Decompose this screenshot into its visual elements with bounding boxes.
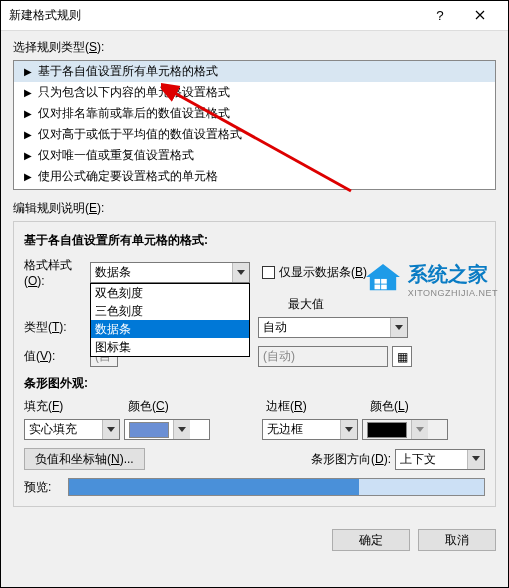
select-rule-type-label: 选择规则类型(S):: [13, 39, 496, 56]
subpanel-title: 基于各自值设置所有单元格的格式:: [24, 232, 485, 249]
value-max-input[interactable]: (自动): [258, 346, 388, 367]
rule-type-item[interactable]: ▶仅对高于或低于平均值的数值设置格式: [14, 124, 495, 145]
border-label: 边框(R): [266, 398, 366, 415]
value-picker-button[interactable]: ▦: [392, 346, 412, 367]
dropdown-item[interactable]: 双色刻度: [91, 284, 249, 302]
watermark-sub: XITONGZHIJIA.NET: [408, 288, 498, 298]
svg-rect-4: [381, 285, 387, 290]
ok-button[interactable]: 确定: [332, 529, 410, 551]
title-bar: 新建格式规则 ?: [1, 1, 508, 31]
rule-type-item[interactable]: ▶使用公式确定要设置格式的单元格: [14, 166, 495, 187]
negative-axis-button[interactable]: 负值和坐标轴(N)...: [24, 448, 145, 470]
preview-label: 预览:: [24, 479, 64, 496]
format-style-label: 格式样式(O):: [24, 257, 86, 288]
fill-select[interactable]: 实心填充: [24, 419, 120, 440]
bar-direction-label: 条形图方向(D):: [311, 451, 391, 468]
close-button[interactable]: [460, 2, 500, 30]
dropdown-item[interactable]: 数据条: [91, 320, 249, 338]
color-swatch: [367, 422, 407, 438]
border-color-select[interactable]: [362, 419, 448, 440]
close-icon: [475, 8, 485, 23]
fill-label: 填充(F): [24, 398, 124, 415]
watermark-text: 系统之家: [408, 261, 498, 288]
help-icon: ?: [436, 8, 443, 23]
rule-type-list[interactable]: ▶基于各自值设置所有单元格的格式 ▶只为包含以下内容的单元格设置格式 ▶仅对排名…: [13, 60, 496, 190]
chevron-down-icon: [102, 420, 119, 439]
fill-color-select[interactable]: [124, 419, 210, 440]
type-label: 类型(T):: [24, 319, 86, 336]
dialog: 新建格式规则 ? 系统之家 XITONGZHIJIA.NET 选择规则类型(S)…: [0, 0, 509, 588]
svg-rect-3: [381, 279, 387, 284]
chevron-down-icon: [173, 420, 190, 439]
dialog-footer: 确定 取消: [1, 519, 508, 561]
chevron-down-icon: [467, 450, 484, 469]
color-swatch: [129, 422, 169, 438]
house-icon: [364, 262, 402, 297]
chevron-down-icon: [340, 420, 357, 439]
border-select[interactable]: 无边框: [262, 419, 358, 440]
dropdown-item[interactable]: 图标集: [91, 338, 249, 356]
border-color-label: 颜色(L): [370, 398, 460, 415]
svg-rect-1: [374, 279, 380, 284]
rule-type-item[interactable]: ▶仅对排名靠前或靠后的数值设置格式: [14, 103, 495, 124]
dropdown-item[interactable]: 三色刻度: [91, 302, 249, 320]
max-header: 最大值: [288, 296, 324, 313]
svg-rect-2: [374, 285, 380, 290]
watermark: 系统之家 XITONGZHIJIA.NET: [364, 261, 498, 298]
chevron-down-icon: [232, 263, 249, 282]
format-style-dropdown: 双色刻度 三色刻度 数据条 图标集: [90, 283, 250, 357]
type-max-select[interactable]: 自动: [258, 317, 408, 338]
fill-color-label: 颜色(C): [128, 398, 218, 415]
bar-appearance-label: 条形图外观:: [24, 375, 485, 392]
rule-type-item[interactable]: ▶基于各自值设置所有单元格的格式: [14, 61, 495, 82]
rule-type-item[interactable]: ▶只为包含以下内容的单元格设置格式: [14, 82, 495, 103]
show-bar-only-checkbox[interactable]: 仅显示数据条(B): [262, 264, 367, 281]
dialog-title: 新建格式规则: [9, 7, 420, 24]
value-label: 值(V):: [24, 348, 86, 365]
cancel-button[interactable]: 取消: [418, 529, 496, 551]
help-button[interactable]: ?: [420, 2, 460, 30]
checkbox-icon: [262, 266, 275, 279]
edit-rule-desc-label: 编辑规则说明(E):: [13, 200, 496, 217]
chevron-down-icon: [390, 318, 407, 337]
chevron-down-icon: [411, 420, 428, 439]
range-picker-icon: ▦: [397, 350, 408, 364]
rule-type-item[interactable]: ▶仅对唯一值或重复值设置格式: [14, 145, 495, 166]
bar-direction-select[interactable]: 上下文: [395, 449, 485, 470]
preview-bar: [68, 478, 485, 496]
format-style-select[interactable]: 数据条 双色刻度 三色刻度 数据条 图标集: [90, 262, 250, 283]
